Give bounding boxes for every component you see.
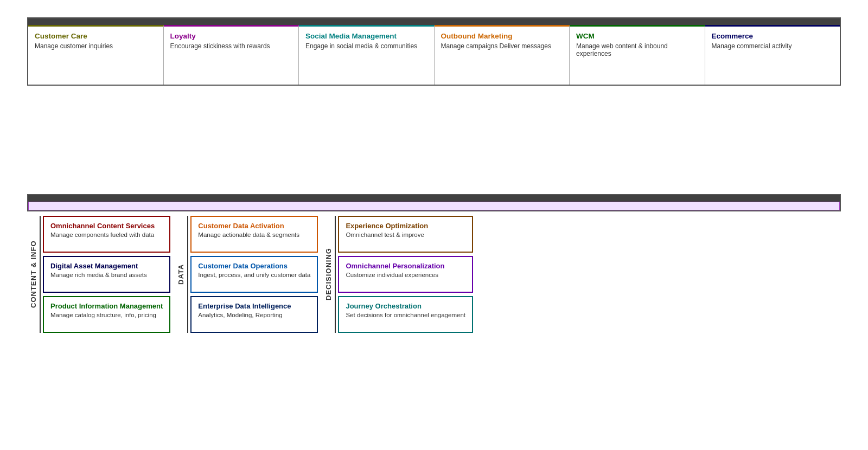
- decisioning-box-title-1: Omnichannel Personalization: [346, 262, 465, 270]
- eng-box-desc-5: Manage commercial activity: [712, 42, 834, 50]
- data-box-desc-0: Manage actionable data & segments: [198, 232, 310, 238]
- data-col: DATA Customer Data Activation Manage act…: [175, 216, 318, 333]
- content-box-desc-0: Manage components fueled with data: [50, 232, 163, 238]
- eng-box-title-5: Ecommerce: [712, 32, 834, 40]
- data-box-title-1: Customer Data Operations: [198, 262, 310, 270]
- eng-box-title-3: Outbound Marketing: [441, 32, 563, 40]
- decisioning-box-2: Journey Orchestration Set decisions for …: [338, 296, 473, 333]
- decisioning-box-title-2: Journey Orchestration: [346, 302, 465, 310]
- eng-box-title-1: Loyalty: [170, 32, 292, 40]
- decisioning-box-1: Omnichannel Personalization Customize in…: [338, 256, 473, 293]
- arrows-area: [27, 86, 841, 194]
- arrows-svg: [27, 86, 841, 194]
- engagement-boxes: Customer Care Manage customer inquiries …: [28, 25, 840, 85]
- foundation-section: [27, 194, 841, 211]
- page-wrapper: Customer Care Manage customer inquiries …: [22, 0, 846, 338]
- bottom-section: CONTENT & INFO Omnichannel Content Servi…: [27, 216, 841, 333]
- content-info-col: CONTENT & INFO Omnichannel Content Servi…: [27, 216, 170, 333]
- engagement-box-4: WCM Manage web content & inbound experie…: [570, 25, 705, 85]
- eng-box-title-4: WCM: [576, 32, 698, 40]
- eng-box-desc-1: Encourage stickiness with rewards: [170, 42, 292, 50]
- decisioning-boxes: Experience Optimization Omnichannel test…: [338, 216, 473, 333]
- data-box-2: Enterprise Data Intelligence Analytics, …: [190, 296, 318, 333]
- content-info-label: CONTENT & INFO: [27, 216, 41, 333]
- data-box-0: Customer Data Activation Manage actionab…: [190, 216, 318, 253]
- engagement-section: Customer Care Manage customer inquiries …: [27, 17, 841, 86]
- eng-box-desc-3: Manage campaigns Deliver messages: [441, 42, 563, 50]
- content-box-desc-2: Manage catalog structure, info, pricing: [50, 312, 163, 318]
- engagement-header: [28, 18, 840, 25]
- content-box-title-1: Digital Asset Management: [50, 262, 163, 270]
- engagement-box-5: Ecommerce Manage commercial activity: [705, 25, 840, 85]
- decisioning-box-desc-2: Set decisions for omnichannel engagement: [346, 312, 465, 318]
- content-box-2: Product Information Management Manage ca…: [43, 296, 170, 333]
- content-box-0: Omnichannel Content Services Manage comp…: [43, 216, 170, 253]
- engagement-box-1: Loyalty Encourage stickiness with reward…: [164, 25, 299, 85]
- decisioning-box-title-0: Experience Optimization: [346, 222, 465, 230]
- decisioning-box-0: Experience Optimization Omnichannel test…: [338, 216, 473, 253]
- eng-box-desc-0: Manage customer inquiries: [35, 42, 157, 50]
- content-box-desc-1: Manage rich media & brand assets: [50, 272, 163, 278]
- engagement-box-2: Social Media Management Engage in social…: [299, 25, 435, 85]
- engagement-box-3: Outbound Marketing Manage campaigns Deli…: [435, 25, 570, 85]
- content-boxes: Omnichannel Content Services Manage comp…: [43, 216, 170, 333]
- data-box-desc-2: Analytics, Modeling, Reporting: [198, 312, 310, 318]
- decisioning-box-desc-0: Omnichannel test & improve: [346, 232, 465, 238]
- decisioning-label: DECISIONING: [322, 216, 336, 333]
- data-boxes: Customer Data Activation Manage actionab…: [190, 216, 318, 333]
- content-box-1: Digital Asset Management Manage rich med…: [43, 256, 170, 293]
- decisioning-col: DECISIONING Experience Optimization Omni…: [322, 216, 473, 333]
- data-box-title-2: Enterprise Data Intelligence: [198, 302, 310, 310]
- foundation-header: [28, 195, 840, 202]
- decisioning-box-desc-1: Customize individual experiences: [346, 272, 465, 278]
- data-box-title-0: Customer Data Activation: [198, 222, 310, 230]
- eng-box-desc-2: Engage in social media & communities: [305, 42, 427, 50]
- eng-box-desc-4: Manage web content & inbound experiences: [576, 42, 698, 57]
- engagement-box-0: Customer Care Manage customer inquiries: [28, 25, 164, 85]
- data-box-1: Customer Data Operations Ingest, process…: [190, 256, 318, 293]
- foundation-integration: [28, 202, 840, 210]
- content-box-title-2: Product Information Management: [50, 302, 163, 310]
- data-label: DATA: [175, 216, 188, 333]
- eng-box-title-2: Social Media Management: [305, 32, 427, 40]
- content-box-title-0: Omnichannel Content Services: [50, 222, 163, 230]
- eng-box-title-0: Customer Care: [35, 32, 157, 40]
- data-box-desc-1: Ingest, process, and unify customer data: [198, 272, 310, 278]
